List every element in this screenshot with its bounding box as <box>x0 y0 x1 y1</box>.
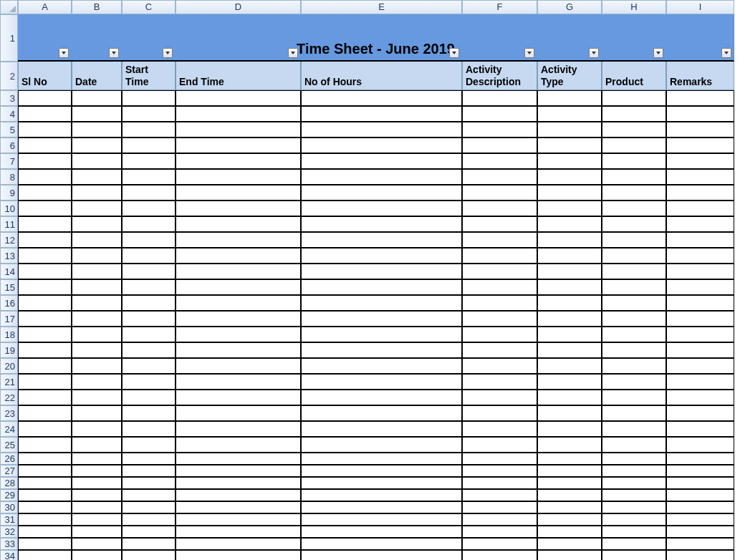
cell-F11[interactable] <box>462 216 537 232</box>
cell-A14[interactable] <box>18 264 72 279</box>
cell-E25[interactable] <box>301 437 462 453</box>
row-header-27[interactable]: 27 <box>0 465 18 477</box>
cell-I4[interactable] <box>666 106 734 122</box>
cell-B22[interactable] <box>72 390 122 405</box>
cell-H13[interactable] <box>602 248 666 264</box>
header-cell-H[interactable]: Product <box>602 62 666 90</box>
cell-D22[interactable] <box>176 390 301 405</box>
cell-B21[interactable] <box>72 374 122 390</box>
row-header-21[interactable]: 21 <box>0 374 18 390</box>
cell-B33[interactable] <box>72 538 122 550</box>
cell-A27[interactable] <box>18 465 72 477</box>
cell-G13[interactable] <box>537 248 602 264</box>
cell-A31[interactable] <box>18 513 72 526</box>
cell-I19[interactable] <box>666 342 734 358</box>
cell-G19[interactable] <box>537 342 602 358</box>
cell-H12[interactable] <box>602 232 666 248</box>
cell-H18[interactable] <box>602 327 666 342</box>
cell-E6[interactable] <box>301 137 462 153</box>
cell-B30[interactable] <box>72 501 122 513</box>
cell-B11[interactable] <box>72 216 122 232</box>
cell-G18[interactable] <box>537 327 602 342</box>
cell-B28[interactable] <box>72 477 122 489</box>
cell-E10[interactable] <box>301 201 462 216</box>
cell-H23[interactable] <box>602 405 666 421</box>
cell-B13[interactable] <box>72 248 122 264</box>
cell-C14[interactable] <box>122 264 176 279</box>
row-header-19[interactable]: 19 <box>0 342 18 358</box>
cell-G17[interactable] <box>537 311 602 327</box>
cell-D5[interactable] <box>176 122 301 137</box>
cell-C4[interactable] <box>122 106 176 122</box>
cell-B5[interactable] <box>72 122 122 137</box>
row-header-28[interactable]: 28 <box>0 477 18 489</box>
column-header-F[interactable]: F <box>462 0 537 14</box>
cell-F28[interactable] <box>462 477 537 489</box>
cell-F33[interactable] <box>462 538 537 550</box>
cell-D13[interactable] <box>176 248 301 264</box>
cell-I26[interactable] <box>666 453 734 465</box>
cell-I16[interactable] <box>666 295 734 311</box>
cell-F23[interactable] <box>462 405 537 421</box>
filter-dropdown-B[interactable] <box>109 48 119 58</box>
cell-F16[interactable] <box>462 295 537 311</box>
row-header-31[interactable]: 31 <box>0 513 18 526</box>
cell-H21[interactable] <box>602 374 666 390</box>
cell-A24[interactable] <box>18 421 72 437</box>
row-header-18[interactable]: 18 <box>0 327 18 342</box>
cell-I21[interactable] <box>666 374 734 390</box>
cell-D4[interactable] <box>176 106 301 122</box>
filter-dropdown-C[interactable] <box>163 48 173 58</box>
cell-F30[interactable] <box>462 501 537 513</box>
cell-D33[interactable] <box>176 538 301 550</box>
cell-A25[interactable] <box>18 437 72 453</box>
cell-B7[interactable] <box>72 153 122 169</box>
cell-D18[interactable] <box>176 327 301 342</box>
cell-A12[interactable] <box>18 232 72 248</box>
row-header-32[interactable]: 32 <box>0 526 18 538</box>
cell-I7[interactable] <box>666 153 734 169</box>
cell-G31[interactable] <box>537 513 602 526</box>
cell-H14[interactable] <box>602 264 666 279</box>
cell-D31[interactable] <box>176 513 301 526</box>
cell-A22[interactable] <box>18 390 72 405</box>
cell-A18[interactable] <box>18 327 72 342</box>
cell-C26[interactable] <box>122 453 176 465</box>
cell-F27[interactable] <box>462 465 537 477</box>
cell-C28[interactable] <box>122 477 176 489</box>
cell-D7[interactable] <box>176 153 301 169</box>
cell-I12[interactable] <box>666 232 734 248</box>
cell-H25[interactable] <box>602 437 666 453</box>
cell-G4[interactable] <box>537 106 602 122</box>
cell-F25[interactable] <box>462 437 537 453</box>
cell-E17[interactable] <box>301 311 462 327</box>
row-header-25[interactable]: 25 <box>0 437 18 453</box>
row-header-15[interactable]: 15 <box>0 279 18 295</box>
cell-E12[interactable] <box>301 232 462 248</box>
cell-B9[interactable] <box>72 185 122 201</box>
cell-E14[interactable] <box>301 264 462 279</box>
cell-G32[interactable] <box>537 526 602 538</box>
cell-C13[interactable] <box>122 248 176 264</box>
cell-G11[interactable] <box>537 216 602 232</box>
cell-H10[interactable] <box>602 201 666 216</box>
cell-D3[interactable] <box>176 90 301 106</box>
cell-H9[interactable] <box>602 185 666 201</box>
cell-I11[interactable] <box>666 216 734 232</box>
cell-E31[interactable] <box>301 513 462 526</box>
cell-F5[interactable] <box>462 122 537 137</box>
cell-C5[interactable] <box>122 122 176 137</box>
cell-I6[interactable] <box>666 137 734 153</box>
cell-E11[interactable] <box>301 216 462 232</box>
cell-E19[interactable] <box>301 342 462 358</box>
cell-C6[interactable] <box>122 137 176 153</box>
filter-dropdown-H[interactable] <box>653 48 663 58</box>
cell-I23[interactable] <box>666 405 734 421</box>
row-header-8[interactable]: 8 <box>0 169 18 185</box>
cell-F18[interactable] <box>462 327 537 342</box>
cell-G12[interactable] <box>537 232 602 248</box>
cell-F17[interactable] <box>462 311 537 327</box>
cell-B23[interactable] <box>72 405 122 421</box>
row-header-33[interactable]: 33 <box>0 538 18 550</box>
cell-I28[interactable] <box>666 477 734 489</box>
